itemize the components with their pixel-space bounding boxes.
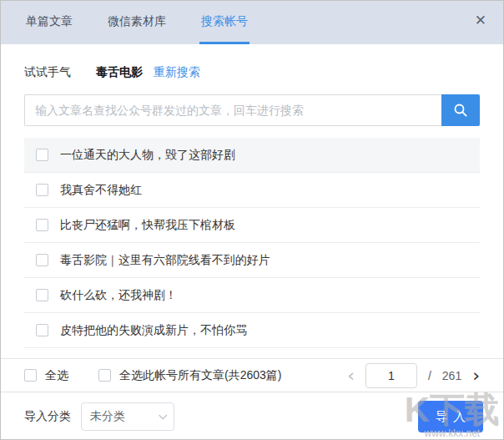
article-row[interactable]: 我真舍不得她红 (24, 173, 480, 208)
article-checkbox[interactable] (36, 289, 48, 301)
selection-bar: 全选 全选此帐号所有文章(共2603篇) ‹ / 261 › (1, 358, 503, 392)
article-title: 砍什么砍，还我神剧！ (60, 288, 177, 303)
article-checkbox[interactable] (36, 324, 48, 336)
select-all-label: 全选 (45, 368, 68, 383)
select-account-label: 全选此帐号所有文章(共2603篇) (119, 368, 281, 383)
close-icon[interactable]: ✕ (475, 13, 486, 28)
select-all-checkbox[interactable] (24, 369, 37, 382)
research-link[interactable]: 重新搜索 (154, 65, 200, 80)
article-checkbox[interactable] (36, 254, 48, 266)
category-value: 未分类 (90, 409, 125, 424)
article-row[interactable]: 比丧尸还猛啊，快帮我压下棺材板 (24, 208, 480, 243)
account-subheader: 试试手气 毒舌电影 重新搜索 (24, 64, 480, 81)
pagination: ‹ / 261 › (347, 363, 480, 388)
category-label: 导入分类 (24, 409, 71, 424)
tab-bar: 单篇文章 微信素材库 搜索帐号 ✕ (1, 1, 503, 44)
select-account-checkbox[interactable] (98, 369, 111, 382)
article-checkbox[interactable] (36, 219, 48, 231)
page-input[interactable] (365, 363, 417, 388)
search-input[interactable] (24, 94, 441, 126)
chevron-down-icon (159, 411, 167, 419)
search-bar (24, 94, 480, 126)
article-checkbox[interactable] (36, 149, 48, 161)
category-select[interactable]: 未分类 (81, 402, 174, 431)
article-list: 一位通天的大人物，毁了这部好剧 我真舍不得她红 比丧尸还猛啊，快帮我压下棺材板 … (24, 138, 480, 358)
next-page-icon[interactable]: › (472, 367, 480, 385)
page-separator: / (428, 369, 431, 382)
article-title: 皮特把他的失败演成新片，不怕你骂 (60, 323, 247, 338)
article-row[interactable]: 一位通天的大人物，毁了这部好剧 (24, 138, 480, 173)
article-row[interactable]: 砍什么砍，还我神剧！ (24, 278, 480, 313)
article-row[interactable]: 皮特把他的失败演成新片，不怕你骂 (24, 313, 480, 348)
article-row[interactable]: 毒舌影院｜这里有六部院线看不到的好片 (24, 243, 480, 278)
article-title: 比丧尸还猛啊，快帮我压下棺材板 (60, 218, 235, 233)
tab-single-article[interactable]: 单篇文章 (24, 1, 74, 44)
article-title: 一位通天的大人物，毁了这部好剧 (60, 148, 235, 163)
account-name: 毒舌电影 (96, 65, 143, 80)
article-row[interactable] (24, 348, 480, 358)
article-title: 毒舌影院｜这里有六部院线看不到的好片 (60, 253, 270, 268)
article-checkbox[interactable] (36, 184, 48, 196)
import-button[interactable]: 导入 (418, 401, 483, 432)
article-title: 我真舍不得她红 (60, 183, 142, 198)
search-icon (453, 103, 468, 118)
prev-page-icon[interactable]: ‹ (347, 367, 355, 385)
tab-wechat-library[interactable]: 微信素材库 (106, 1, 168, 44)
page-total: 261 (442, 369, 461, 382)
select-account-group: 全选此帐号所有文章(共2603篇) (98, 368, 281, 383)
footer-bar: 导入分类 未分类 导入 (1, 392, 503, 440)
try-luck-link[interactable]: 试试手气 (24, 65, 71, 80)
select-all-group: 全选 (24, 368, 68, 383)
tab-search-account[interactable]: 搜索帐号 (199, 1, 249, 44)
search-button[interactable] (441, 94, 480, 126)
import-articles-dialog: 单篇文章 微信素材库 搜索帐号 ✕ 试试手气 毒舌电影 重新搜索 一位通天的大人… (0, 0, 504, 440)
